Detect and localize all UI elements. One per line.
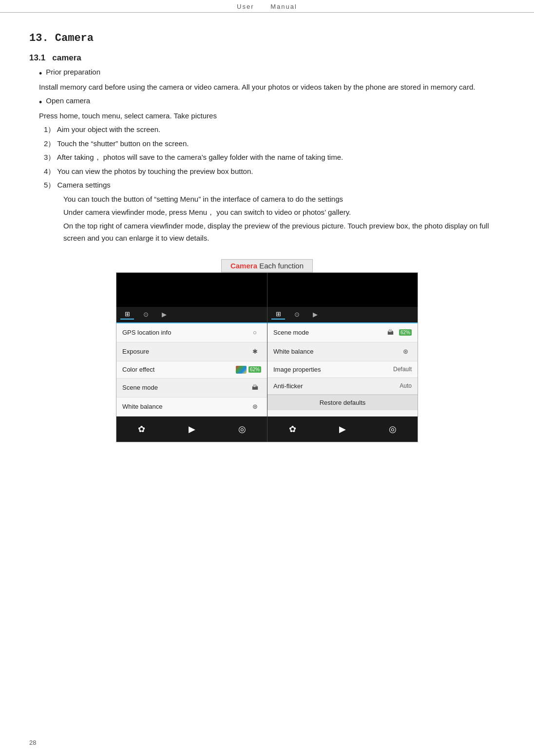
- bullet-2-body: Press home, touch menu, select camera. T…: [39, 110, 505, 122]
- left-shutter-icon[interactable]: ◎: [233, 420, 251, 438]
- bullet-dot-1: •: [39, 68, 42, 80]
- left-menu-gps[interactable]: GPS location info ○: [116, 323, 267, 342]
- left-phone-screen: ⊞ ⊙ ▶ GPS location info ○ Exposure ✱: [116, 273, 267, 442]
- right-camera-icon[interactable]: ⊙: [290, 310, 304, 320]
- right-menu-wb[interactable]: White balance ⊛: [267, 342, 418, 361]
- left-video-icon[interactable]: ▶: [157, 310, 171, 320]
- left-settings-bottom-icon[interactable]: ✿: [133, 420, 151, 438]
- left-battery-badge: 62%: [248, 366, 261, 373]
- left-settings-icon[interactable]: ⊞: [120, 310, 134, 320]
- indented-3: On the top right of camera viewfinder mo…: [63, 220, 505, 245]
- right-menu-list: Scene mode 🏔 62% White balance ⊛ Image p…: [267, 323, 418, 416]
- bullet-label-2: Open camera: [46, 96, 90, 105]
- wb-icon-right: ⊛: [399, 347, 412, 357]
- right-menu-flicker[interactable]: Anti-flicker Auto: [267, 378, 418, 395]
- step-2: 2） Touch the “shutter” button on the scr…: [44, 137, 505, 150]
- header-right: Manual: [270, 3, 297, 10]
- bullet-dot-2: •: [39, 96, 42, 109]
- image-props-value: Default: [393, 366, 412, 373]
- screenshots-wrapper: ⊞ ⊙ ▶ GPS location info ○ Exposure ✱: [116, 272, 418, 442]
- left-menu-list: GPS location info ○ Exposure ✱ Color eff…: [116, 323, 267, 416]
- bullet-label-1: Prior preparation: [46, 68, 100, 76]
- header-bar: User Manual: [0, 0, 534, 13]
- left-menu-wb[interactable]: White balance ⊛: [116, 397, 267, 416]
- left-menu-color[interactable]: Color effect 62%: [116, 361, 267, 378]
- right-menu-image[interactable]: Image properties Default: [267, 361, 418, 378]
- left-camera-icon[interactable]: ⊙: [139, 310, 153, 320]
- gps-icon: ○: [248, 328, 261, 338]
- right-bottom-bar: ✿ ▶ ◎: [267, 416, 418, 442]
- exposure-icon: ✱: [248, 347, 261, 357]
- step-5: 5） Camera settings: [44, 179, 505, 191]
- right-settings-bottom-icon[interactable]: ✿: [284, 420, 301, 438]
- left-menu-exposure[interactable]: Exposure ✱: [116, 342, 267, 361]
- step-1: 1） Aim your object with the screen.: [44, 123, 505, 136]
- each-function-label: Each function: [259, 262, 304, 270]
- scene-icon-right: 🏔: [384, 328, 397, 338]
- right-video-icon[interactable]: ▶: [308, 310, 322, 320]
- step-4: 4） You can view the photos by touching t…: [44, 165, 505, 178]
- image-section: Camera Each function ⊞ ⊙ ▶: [29, 259, 505, 442]
- chapter-title: 13. Camera: [29, 32, 505, 44]
- bullet-1: • Prior preparation: [39, 68, 505, 80]
- restore-defaults-button[interactable]: Restore defaults: [267, 395, 418, 410]
- page-number: 28: [29, 739, 36, 746]
- right-menu-scene[interactable]: Scene mode 🏔 62%: [267, 323, 418, 342]
- right-top-bar: ⊞ ⊙ ▶: [267, 307, 418, 323]
- right-phone-screen: ⊞ ⊙ ▶ Scene mode 🏔 62%: [267, 273, 418, 442]
- right-video-bottom-icon[interactable]: ▶: [334, 420, 351, 438]
- wb-icon-left: ⊛: [248, 402, 261, 412]
- camera-label-box: Camera Each function: [221, 259, 313, 272]
- indented-1: You can touch the button of “setting Men…: [63, 193, 505, 206]
- section-title-bold: camera: [52, 53, 81, 62]
- right-battery-badge: 62%: [399, 329, 412, 336]
- bullet-1-body: Install memory card before using the cam…: [39, 81, 505, 94]
- right-camera-view: [267, 273, 418, 307]
- camera-word: Camera: [230, 262, 257, 270]
- right-settings-icon[interactable]: ⊞: [271, 310, 285, 320]
- left-bottom-bar: ✿ ▶ ◎: [116, 416, 267, 442]
- step-3: 3） After taking， photos will save to the…: [44, 151, 505, 164]
- right-shutter-icon[interactable]: ◎: [384, 420, 401, 438]
- left-menu-scene[interactable]: Scene mode 🏔: [116, 378, 267, 397]
- anti-flicker-value: Auto: [400, 382, 412, 389]
- bullet-2: • Open camera: [39, 96, 505, 109]
- indented-2: Under camera viewfinder mode, press Menu…: [63, 206, 505, 219]
- left-top-bar: ⊞ ⊙ ▶: [116, 307, 267, 323]
- left-camera-view: [116, 273, 267, 307]
- left-video-bottom-icon[interactable]: ▶: [183, 420, 201, 438]
- scene-icon-left: 🏔: [248, 383, 261, 393]
- header-left: User: [237, 3, 254, 10]
- section-title: 13.1 camera: [29, 53, 505, 63]
- color-effect-icon: [236, 366, 247, 374]
